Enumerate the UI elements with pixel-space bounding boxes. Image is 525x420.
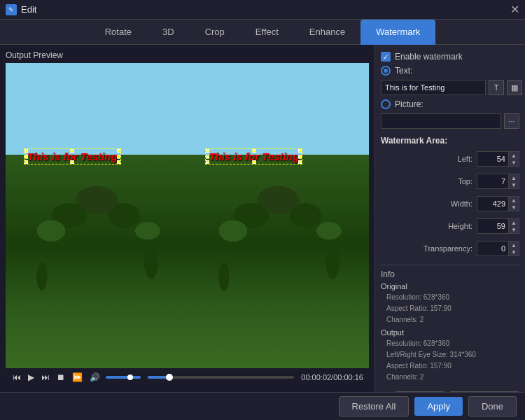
- watermark-box-left[interactable]: This is for Testing: [24, 148, 121, 164]
- tab-crop[interactable]: Crop: [190, 20, 240, 45]
- window-title: Edit: [21, 4, 36, 15]
- main-content: Output Preview This is for Testing: [0, 45, 525, 392]
- handle-br-right[interactable]: [298, 160, 302, 164]
- handle-bm-right[interactable]: [252, 160, 255, 164]
- text-input-row: T ▦: [381, 80, 519, 95]
- handle-tr-left[interactable]: [117, 149, 120, 153]
- top-spinner: ▲ ▼: [477, 174, 519, 189]
- enable-watermark-label: Enable watermark: [395, 52, 463, 62]
- left-arrows: ▲ ▼: [508, 151, 519, 167]
- transparency-down[interactable]: ▼: [509, 248, 519, 255]
- transparency-spinner: ▲ ▼: [477, 241, 519, 256]
- original-channels: Channels: 2: [381, 314, 519, 326]
- original-aspect: Aspect Ratio: 157:90: [381, 303, 519, 314]
- width-up[interactable]: ▲: [509, 197, 519, 204]
- skip-frame-button[interactable]: ⏭: [40, 371, 51, 384]
- top-arrows: ▲ ▼: [508, 174, 519, 189]
- handle-tm-right[interactable]: [252, 149, 255, 153]
- top-up[interactable]: ▲: [509, 174, 519, 181]
- width-down[interactable]: ▼: [509, 204, 519, 211]
- top-down[interactable]: ▼: [509, 181, 519, 188]
- height-spin-row: Height: ▲ ▼: [381, 218, 519, 234]
- handle-tl-right[interactable]: [206, 149, 209, 153]
- width-arrows: ▲ ▼: [508, 196, 519, 211]
- done-button[interactable]: Done: [468, 396, 517, 416]
- left-up[interactable]: ▲: [509, 152, 519, 159]
- height-arrows: ▲ ▼: [508, 218, 519, 234]
- restore-all-button[interactable]: Restore All: [339, 396, 410, 416]
- transparency-input[interactable]: [477, 241, 508, 256]
- tab-watermark[interactable]: Watermark: [360, 20, 435, 45]
- watermark-box-right[interactable]: This is for Testing: [205, 148, 302, 164]
- handle-mr-right[interactable]: [298, 155, 302, 158]
- text-format-button[interactable]: T: [489, 80, 504, 95]
- apply-to-all-button[interactable]: Apply to All: [395, 391, 445, 392]
- handle-bl-right[interactable]: [206, 160, 209, 164]
- handle-bl-left[interactable]: [24, 160, 28, 164]
- height-input[interactable]: [477, 218, 508, 234]
- width-input[interactable]: [477, 196, 508, 211]
- width-label: Width:: [381, 200, 472, 208]
- picture-radio[interactable]: [381, 99, 391, 109]
- play-button[interactable]: ▶: [27, 371, 36, 384]
- top-input[interactable]: [477, 174, 508, 189]
- right-panel: ✓ Enable watermark Text: T ▦ Picture: ··…: [374, 45, 525, 392]
- handle-tm-left[interactable]: [71, 149, 74, 153]
- original-label: Original: [381, 282, 519, 290]
- tab-effect[interactable]: Effect: [240, 20, 294, 45]
- left-down[interactable]: ▼: [509, 159, 519, 166]
- text-style-button[interactable]: ▦: [507, 80, 522, 95]
- watermark-text-input[interactable]: [381, 80, 486, 95]
- time-display: 00:00:02/00:00:16: [301, 373, 363, 382]
- output-aspect: Aspect Ratio: 157:90: [381, 360, 519, 372]
- video-right: This is for Testing: [188, 63, 370, 368]
- handle-tl-left[interactable]: [24, 149, 28, 153]
- handle-ml-left[interactable]: [24, 155, 28, 158]
- height-down[interactable]: ▼: [509, 226, 519, 233]
- transparency-spin-row: Transparency: ▲ ▼: [381, 241, 519, 256]
- stop-button[interactable]: ⏹: [55, 371, 66, 384]
- enable-watermark-checkbox[interactable]: ✓: [381, 52, 391, 62]
- close-button[interactable]: ✕: [510, 4, 519, 15]
- left-input[interactable]: [477, 151, 508, 167]
- transparency-label: Transparency:: [381, 244, 472, 253]
- restore-defaults-button[interactable]: Restore Defaults: [449, 391, 519, 392]
- original-resolution: Resolution: 628*360: [381, 292, 519, 303]
- text-radio[interactable]: [381, 66, 391, 76]
- height-up[interactable]: ▲: [509, 219, 519, 226]
- handle-bm-left[interactable]: [71, 160, 74, 164]
- picture-radio-row: Picture:: [381, 99, 519, 109]
- apply-button[interactable]: Apply: [414, 397, 463, 416]
- handle-tr-right[interactable]: [298, 149, 302, 153]
- volume-bar[interactable]: [106, 376, 141, 379]
- skip-back-button[interactable]: ⏮: [11, 371, 22, 384]
- enable-watermark-row: ✓ Enable watermark: [381, 52, 519, 62]
- skip-end-button[interactable]: ⏩: [71, 371, 84, 384]
- handle-ml-right[interactable]: [206, 155, 209, 158]
- picture-browse-button[interactable]: ···: [504, 113, 519, 129]
- output-label: Output: [381, 328, 519, 337]
- tab-enhance[interactable]: Enhance: [294, 20, 360, 45]
- video-bg-left: This is for Testing: [6, 63, 188, 368]
- info-title: Info: [381, 270, 519, 279]
- video-bg-right: This is for Testing: [188, 63, 370, 368]
- watermark-area-label: Watermark Area:: [381, 136, 519, 146]
- tab-rotate[interactable]: Rotate: [90, 20, 147, 45]
- transparency-up[interactable]: ▲: [509, 241, 519, 248]
- tree-overlay-left: [6, 63, 188, 368]
- progress-thumb[interactable]: [166, 374, 173, 381]
- height-spinner: ▲ ▼: [477, 218, 519, 234]
- width-spin-row: Width: ▲ ▼: [381, 196, 519, 211]
- handle-mr-left[interactable]: [117, 155, 120, 158]
- picture-path-input[interactable]: [381, 113, 501, 129]
- app-icon: ✎: [6, 4, 17, 15]
- controls-bar: ⏮ ▶ ⏭ ⏹ ⏩ 🔊 00:00:02/00:00:16: [6, 368, 369, 386]
- output-preview-label: Output Preview: [6, 50, 369, 60]
- volume-icon[interactable]: 🔊: [88, 371, 102, 384]
- volume-thumb[interactable]: [127, 374, 133, 380]
- height-label: Height:: [381, 222, 472, 230]
- bottom-bar: Restore All Apply Done: [0, 392, 525, 420]
- progress-bar[interactable]: [148, 376, 294, 379]
- tab-3d[interactable]: 3D: [147, 20, 190, 45]
- handle-br-left[interactable]: [117, 160, 120, 164]
